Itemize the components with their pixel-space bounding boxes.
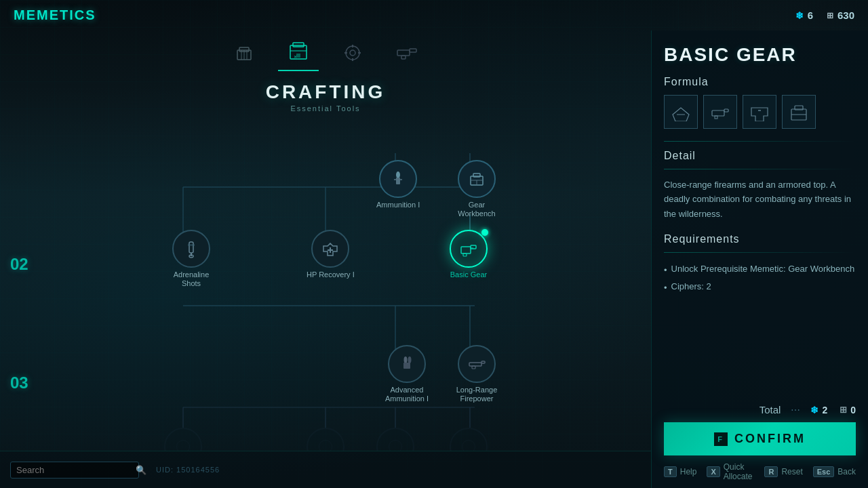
node-locked-2[interactable] bbox=[307, 428, 344, 451]
back-label: Back bbox=[837, 467, 856, 476]
node-circle-locked-2 bbox=[307, 428, 344, 451]
req-text-1: Ciphers: 2 bbox=[671, 279, 711, 294]
node-circle-adrenaline bbox=[172, 230, 210, 268]
content-area: ✕ bbox=[0, 30, 868, 488]
adv-ammo-label: Advanced Ammunition I bbox=[376, 386, 437, 403]
confirm-key-badge: F bbox=[714, 432, 728, 446]
svg-point-52 bbox=[404, 357, 408, 363]
node-basic-gear[interactable]: Basic Gear bbox=[450, 230, 488, 279]
tab-gear[interactable] bbox=[332, 34, 373, 71]
formula-divider bbox=[664, 141, 856, 142]
svg-rect-18 bbox=[401, 56, 406, 59]
control-help: T Help bbox=[664, 466, 696, 477]
basic-gear-label: Basic Gear bbox=[450, 270, 487, 279]
svg-rect-17 bbox=[410, 49, 416, 52]
node-locked-1[interactable] bbox=[164, 428, 202, 451]
row-label-03: 03 bbox=[10, 373, 28, 392]
node-circle-long-range bbox=[458, 345, 496, 383]
formula-label: Formula bbox=[664, 76, 856, 88]
node-gear-workbench[interactable]: Gear Workbench bbox=[450, 160, 504, 218]
formula-item-3 bbox=[782, 95, 816, 129]
node-circle-basic-gear bbox=[450, 230, 488, 268]
node-long-range[interactable]: Long-Range Firepower bbox=[450, 345, 504, 403]
req-bullet-1: • bbox=[664, 280, 667, 296]
node-adv-ammo[interactable]: Advanced Ammunition I bbox=[376, 345, 437, 403]
total-expand-num: 0 bbox=[850, 405, 856, 415]
search-container[interactable]: 🔍 bbox=[10, 462, 139, 479]
node-hp-recovery[interactable]: HP Recovery I bbox=[307, 230, 355, 279]
svg-rect-6 bbox=[293, 43, 304, 47]
svg-rect-54 bbox=[403, 363, 410, 369]
tree-connectors bbox=[0, 116, 651, 451]
hp-recovery-label: HP Recovery I bbox=[307, 270, 355, 279]
selected-indicator bbox=[481, 229, 488, 236]
long-range-icon bbox=[466, 353, 488, 375]
node-locked-4[interactable] bbox=[450, 428, 488, 451]
svg-rect-61 bbox=[715, 116, 717, 119]
category-tabs: ✕ bbox=[0, 30, 651, 78]
svg-rect-41 bbox=[189, 242, 193, 253]
control-reset: R Reset bbox=[764, 466, 802, 477]
header-resources: ❄ 6 ⊞ 630 bbox=[795, 9, 854, 21]
svg-rect-38 bbox=[473, 174, 480, 177]
search-input[interactable] bbox=[16, 465, 130, 475]
svg-point-33 bbox=[396, 171, 400, 178]
app-title: MEMETICS bbox=[14, 7, 96, 23]
svg-text:✕: ✕ bbox=[294, 55, 297, 59]
formula-item-1 bbox=[703, 95, 737, 129]
tab-essentials[interactable]: ✕ bbox=[278, 34, 319, 71]
node-circle-locked-3 bbox=[376, 428, 414, 451]
adv-ammo-icon bbox=[396, 353, 418, 375]
detail-label: Detail bbox=[664, 150, 856, 162]
node-circle-adv-ammo bbox=[388, 345, 426, 383]
expand-value: 630 bbox=[837, 9, 854, 21]
node-circle-ammo1 bbox=[379, 160, 417, 198]
req-item-0: • Unlock Prerequisite Memetic: Gear Work… bbox=[664, 261, 856, 278]
basic-gear-icon bbox=[458, 238, 479, 260]
svg-rect-47 bbox=[461, 247, 471, 253]
adrenaline-icon bbox=[180, 238, 202, 260]
node-circle-hp bbox=[311, 230, 349, 268]
back-key: Esc bbox=[813, 466, 835, 477]
formula-item-2 bbox=[743, 95, 776, 129]
confirm-button[interactable]: F CONFIRM bbox=[664, 422, 856, 455]
skill-tree: 02 Ammunition I bbox=[0, 116, 651, 451]
total-cipher-value: ❄ 2 bbox=[810, 405, 827, 415]
cipher-value: 6 bbox=[808, 9, 813, 21]
total-label: Total bbox=[760, 404, 781, 415]
resource-ciphers: ❄ 6 bbox=[795, 9, 813, 21]
bottom-controls: T Help X Quick Allocate R Reset Esc Back bbox=[664, 462, 856, 481]
help-key: T bbox=[664, 466, 677, 477]
total-expand-value: ⊞ 0 bbox=[840, 405, 856, 415]
tab-essentials-icon: ✕ bbox=[285, 39, 312, 66]
detail-text: Close-range firearms and an armored top.… bbox=[664, 178, 856, 221]
total-row: Total ⋯ ❄ 2 ⊞ 0 bbox=[664, 397, 856, 415]
uid-display: UID: 150164556 bbox=[156, 466, 220, 474]
locked-inner-4 bbox=[462, 440, 475, 451]
tab-gear-icon bbox=[339, 39, 366, 66]
svg-point-11 bbox=[350, 50, 355, 56]
crafting-subtitle: Essential Tools bbox=[0, 104, 651, 113]
ammo1-icon bbox=[387, 168, 409, 190]
svg-rect-34 bbox=[396, 178, 400, 184]
formula-item-0 bbox=[664, 95, 698, 129]
tab-tools-icon bbox=[231, 39, 258, 66]
total-expand-icon: ⊞ bbox=[840, 405, 847, 415]
node-circle-locked-1 bbox=[164, 428, 202, 451]
right-panel: BASIC GEAR Formula bbox=[651, 30, 868, 488]
tab-tools[interactable] bbox=[224, 34, 264, 71]
svg-rect-59 bbox=[712, 110, 724, 116]
left-panel: ✕ bbox=[0, 30, 651, 488]
node-adrenaline[interactable]: Adrenaline Shots bbox=[164, 230, 218, 288]
quick-allocate-key: X bbox=[707, 466, 719, 477]
locked-inner-2 bbox=[319, 440, 332, 451]
node-ammunition1[interactable]: Ammunition I bbox=[376, 160, 420, 209]
control-back: Esc Back bbox=[813, 466, 856, 477]
formula-items bbox=[664, 95, 856, 129]
node-locked-3[interactable] bbox=[376, 428, 414, 451]
tab-weapons[interactable] bbox=[387, 34, 427, 71]
main-container: MEMETICS ❄ 6 ⊞ 630 bbox=[0, 0, 868, 488]
reset-label: Reset bbox=[781, 467, 802, 476]
svg-rect-56 bbox=[481, 361, 485, 363]
bottom-bar: 🔍 UID: 150164556 bbox=[0, 451, 651, 488]
